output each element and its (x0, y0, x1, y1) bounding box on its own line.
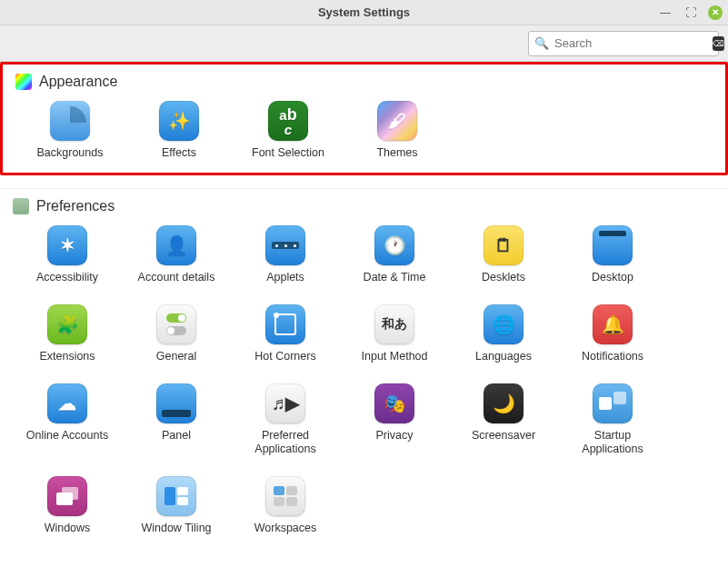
screensaver-icon: 🌙 (484, 383, 524, 423)
item-applets[interactable]: Applets (231, 225, 340, 284)
tiling-icon (165, 487, 188, 505)
item-label: Font Selection (252, 146, 324, 160)
appearance-label: Appearance (39, 74, 117, 90)
window-tiling-icon (156, 476, 196, 516)
privacy-icon: 🎭 (374, 383, 414, 423)
item-languages[interactable]: 🌐 Languages (449, 304, 558, 363)
item-label: Screensaver (472, 429, 535, 443)
backgrounds-icon (50, 101, 90, 141)
appearance-grid: Backgrounds ✨ Effects abc Font Selection (15, 101, 713, 160)
font-selection-icon: abc (268, 101, 308, 141)
accessibility-icon: ✶ (47, 225, 87, 265)
item-label: Languages (475, 350, 532, 363)
item-hot-corners[interactable]: Hot Corners (231, 304, 340, 363)
close-button[interactable]: ✕ (708, 5, 723, 20)
desklets-icon: 🗒 (484, 225, 524, 265)
item-label: Privacy (376, 429, 414, 443)
item-backgrounds[interactable]: Backgrounds (15, 101, 125, 160)
toggles-icon (166, 313, 186, 335)
item-effects[interactable]: ✨ Effects (125, 101, 234, 160)
item-label: Input Method (362, 350, 428, 363)
item-preferred-applications[interactable]: ♬▶ Preferred Applications (231, 383, 340, 456)
item-online-accounts[interactable]: ☁ Online Accounts (13, 383, 122, 456)
brush-icon: 🖌 (388, 111, 406, 132)
startup-applications-icon (593, 383, 633, 423)
item-label: General (156, 350, 196, 363)
clock-icon: 🕐 (384, 234, 406, 256)
item-label: Effects (162, 146, 196, 160)
item-workspaces[interactable]: Workspaces (231, 476, 340, 535)
item-label: Applets (266, 271, 304, 284)
item-screensaver[interactable]: 🌙 Screensaver (449, 383, 558, 456)
maximize-button[interactable]: ⛶ (683, 5, 699, 21)
content-area: Appearance Backgrounds ✨ (0, 62, 728, 567)
preferences-category-icon (13, 198, 29, 214)
panel-bar-icon (162, 410, 191, 417)
item-label: Windows (45, 522, 91, 535)
input-method-icon: 和あ (374, 304, 414, 344)
item-themes[interactable]: 🖌 Themes (343, 101, 452, 160)
moon-icon: 🌙 (493, 393, 515, 414)
item-extensions[interactable]: 🧩 Extensions (13, 304, 122, 363)
panel-icon (156, 383, 196, 423)
globe-icon: 🌐 (493, 313, 515, 335)
mask-icon: 🎭 (384, 393, 406, 414)
item-label: Hot Corners (254, 350, 315, 363)
search-icon: 🔍 (534, 36, 549, 50)
item-label: Startup Applications (563, 429, 663, 456)
item-label: Panel (162, 429, 191, 443)
cloud-icon: ☁ (58, 393, 76, 414)
extensions-icon: 🧩 (47, 304, 87, 344)
item-notifications[interactable]: 🔔 Notifications (558, 304, 667, 363)
online-accounts-icon: ☁ (47, 383, 87, 423)
item-desklets[interactable]: 🗒 Desklets (449, 225, 558, 284)
bell-icon: 🔔 (602, 313, 624, 335)
item-windows[interactable]: Windows (13, 476, 122, 535)
item-privacy[interactable]: 🎭 Privacy (340, 383, 449, 456)
item-desktop[interactable]: Desktop (558, 225, 667, 284)
item-window-tiling[interactable]: Window Tiling (122, 476, 231, 535)
desktop-icon (593, 225, 633, 265)
item-panel[interactable]: Panel (122, 383, 231, 456)
item-general[interactable]: General (122, 304, 231, 363)
ime-icon: 和あ (382, 316, 407, 333)
windows-icon (47, 476, 87, 516)
toolbar: 🔍 ⌫ (0, 25, 728, 62)
section-preferences: Preferences ✶ Accessibility 👤 Account de… (0, 188, 728, 550)
item-accessibility[interactable]: ✶ Accessibility (13, 225, 122, 284)
workspaces-grid-icon (274, 486, 297, 506)
notifications-icon: 🔔 (593, 304, 633, 344)
appearance-highlight: Appearance Backgrounds ✨ (0, 62, 728, 175)
preferences-label: Preferences (36, 198, 115, 214)
puzzle-icon: 🧩 (56, 313, 79, 335)
item-label: Desktop (592, 271, 633, 284)
font-icon: abc (279, 106, 296, 136)
search-box[interactable]: 🔍 ⌫ (528, 31, 719, 56)
search-input[interactable] (554, 36, 707, 50)
item-startup-applications[interactable]: Startup Applications (558, 383, 667, 456)
window-title: System Settings (318, 5, 410, 19)
clear-search-icon[interactable]: ⌫ (713, 36, 724, 51)
item-label: Workspaces (254, 522, 317, 535)
item-label: Date & Time (364, 271, 426, 284)
item-date-time[interactable]: 🕐 Date & Time (340, 225, 449, 284)
item-input-method[interactable]: 和あ Input Method (340, 304, 449, 363)
item-label: Backgrounds (37, 146, 104, 160)
titlebar: System Settings — ⛶ ✕ (0, 0, 728, 25)
item-label: Themes (376, 146, 417, 160)
user-icon: 👤 (165, 234, 188, 256)
corner-icon (274, 313, 296, 335)
person-icon: ✶ (60, 234, 75, 256)
minimize-button[interactable]: — (657, 5, 673, 21)
monitor-icon (599, 231, 626, 236)
date-time-icon: 🕐 (374, 225, 414, 265)
wallpaper-icon (50, 101, 90, 141)
apps-icon: ♬▶ (272, 393, 299, 414)
panel-dots-icon (272, 242, 299, 249)
hot-corners-icon (265, 304, 305, 344)
item-account-details[interactable]: 👤 Account details (122, 225, 231, 284)
item-font-selection[interactable]: abc Font Selection (234, 101, 343, 160)
item-label: Extensions (39, 350, 95, 363)
effects-icon: ✨ (159, 101, 199, 141)
window-controls: — ⛶ ✕ (657, 5, 723, 21)
